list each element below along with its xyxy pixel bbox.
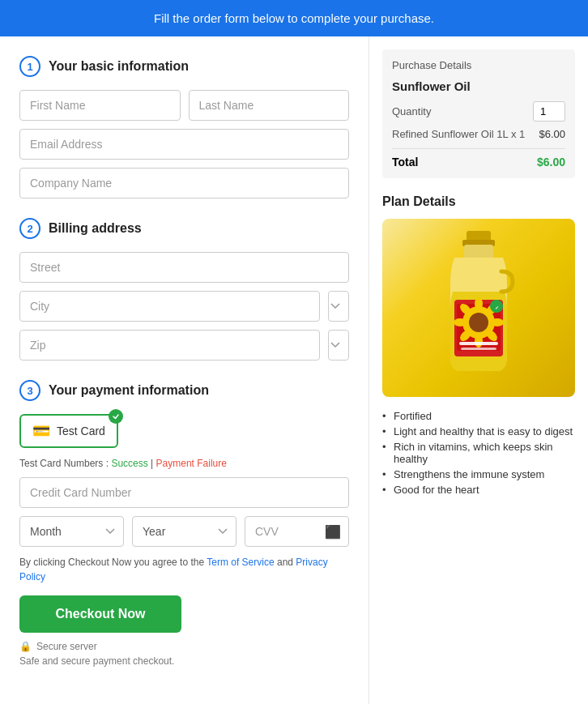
city-input[interactable] <box>19 291 320 322</box>
svg-point-14 <box>469 313 488 332</box>
purchase-details-header: Purchase Details <box>392 59 565 71</box>
bottle-illustration: ✓ <box>430 227 527 389</box>
card-option-row: 💳 Test Card <box>19 414 349 448</box>
success-link[interactable]: Success <box>111 458 147 469</box>
cc-number-input[interactable] <box>19 477 349 508</box>
check-icon <box>112 412 120 420</box>
section1-title: 1 Your basic information <box>19 56 349 77</box>
total-row: Total $6.00 <box>392 156 565 169</box>
right-col: Purchase Details Sunflower Oil Quantity … <box>369 36 588 704</box>
total-price: $6.00 <box>537 156 565 169</box>
quantity-input[interactable] <box>533 101 565 122</box>
last-name-input[interactable] <box>189 90 350 121</box>
expiry-cvv-row: Month 010203 040506 070809 101112 Year 2… <box>19 516 349 547</box>
terms-text: By clicking Checkout Now you agree to th… <box>19 555 349 584</box>
svg-rect-15 <box>459 342 498 345</box>
selected-check-badge <box>109 409 123 424</box>
payment-section: 3 Your payment information 💳 Test Card <box>19 380 349 667</box>
safe-text: Safe and secure payment checkout. <box>19 655 174 667</box>
month-select[interactable]: Month 010203 040506 070809 101112 <box>19 516 124 547</box>
billing-section: 2 Billing address Country <box>19 218 349 361</box>
item-desc: Refined Sunflower Oil 1L x 1 <box>392 128 525 140</box>
test-card-text: Test Card Numbers : <box>19 458 109 469</box>
card-option-label: Test Card <box>57 425 105 437</box>
product-name: Sunflower Oil <box>392 79 565 93</box>
section2-num: 2 <box>19 218 40 239</box>
first-name-input[interactable] <box>19 90 181 121</box>
state-wrapper: - <box>328 330 349 361</box>
svg-rect-16 <box>461 348 496 350</box>
feature-5: Good for the heart <box>382 482 575 497</box>
failure-link[interactable]: Payment Failure <box>156 458 227 469</box>
section2-label: Billing address <box>49 221 142 236</box>
item-row: Refined Sunflower Oil 1L x 1 $6.00 <box>392 128 565 140</box>
svg-point-10 <box>475 335 483 348</box>
country-wrapper: Country <box>328 291 349 322</box>
state-select[interactable]: - <box>328 330 349 361</box>
svg-rect-2 <box>464 245 493 259</box>
svg-text:✓: ✓ <box>495 305 499 310</box>
card-icon: 💳 <box>32 422 50 440</box>
cvv-wrapper: ⬛ <box>245 516 349 547</box>
product-image: ✓ <box>382 219 575 397</box>
country-select[interactable]: Country <box>328 291 349 322</box>
street-input[interactable] <box>19 252 349 283</box>
company-row <box>19 168 349 198</box>
checkout-button[interactable]: Checkout Now <box>19 595 181 633</box>
product-features: Fortified Light and healthy that is easy… <box>382 408 575 497</box>
section3-title: 3 Your payment information <box>19 380 349 401</box>
svg-point-8 <box>491 318 504 326</box>
cvv-card-icon: ⬛ <box>325 524 341 540</box>
svg-point-6 <box>475 297 483 310</box>
year-wrapper: Year 202420252026 202720282029 2030 <box>132 516 236 547</box>
terms-prefix: By clicking Checkout Now you agree to th… <box>19 557 204 568</box>
banner-text: Fill the order form below to complete yo… <box>154 11 434 25</box>
section3-num: 3 <box>19 380 40 401</box>
name-row <box>19 90 349 121</box>
and-text: and <box>277 557 293 568</box>
top-banner: Fill the order form below to complete yo… <box>0 0 588 36</box>
quantity-row: Quantity <box>392 101 565 122</box>
feature-3: Rich in vitamins, which keeps skin healt… <box>382 439 575 467</box>
test-card-option[interactable]: 💳 Test Card <box>19 414 118 448</box>
page-wrapper: Fill the order form below to complete yo… <box>0 0 588 704</box>
email-input[interactable] <box>19 129 349 160</box>
item-price: $6.00 <box>539 128 565 140</box>
city-country-row: Country <box>19 291 349 322</box>
lock-icon: 🔒 <box>19 641 32 652</box>
total-label: Total <box>392 156 418 169</box>
main-content: 1 Your basic information 2 Billi <box>0 36 588 704</box>
company-input[interactable] <box>19 168 349 198</box>
plan-details-title: Plan Details <box>382 194 575 209</box>
plan-details: Plan Details <box>382 194 575 497</box>
divider <box>392 148 565 149</box>
basic-info-section: 1 Your basic information <box>19 56 349 198</box>
section2-title: 2 Billing address <box>19 218 349 239</box>
left-col: 1 Your basic information 2 Billi <box>0 36 369 704</box>
email-row <box>19 129 349 160</box>
zip-state-row: - <box>19 330 349 361</box>
section1-num: 1 <box>19 56 40 77</box>
secure-text: Secure server <box>36 641 97 652</box>
quantity-label: Quantity <box>392 105 431 117</box>
cc-number-row <box>19 477 349 508</box>
feature-1: Fortified <box>382 408 575 424</box>
year-select[interactable]: Year 202420252026 202720282029 2030 <box>132 516 236 547</box>
feature-2: Light and healthy that is easy to digest <box>382 424 575 439</box>
section1-label: Your basic information <box>49 59 189 74</box>
feature-4: Strengthens the immune system <box>382 467 575 482</box>
purchase-details-box: Purchase Details Sunflower Oil Quantity … <box>382 49 575 178</box>
month-wrapper: Month 010203 040506 070809 101112 <box>19 516 124 547</box>
terms-link[interactable]: Term of Service <box>207 557 274 568</box>
street-row <box>19 252 349 283</box>
safe-note: Safe and secure payment checkout. <box>19 655 349 667</box>
zip-input[interactable] <box>19 330 320 361</box>
secure-note: 🔒 Secure server <box>19 641 349 652</box>
svg-point-12 <box>454 318 467 326</box>
section3-label: Your payment information <box>49 383 209 398</box>
test-card-note: Test Card Numbers : Success | Payment Fa… <box>19 458 349 469</box>
